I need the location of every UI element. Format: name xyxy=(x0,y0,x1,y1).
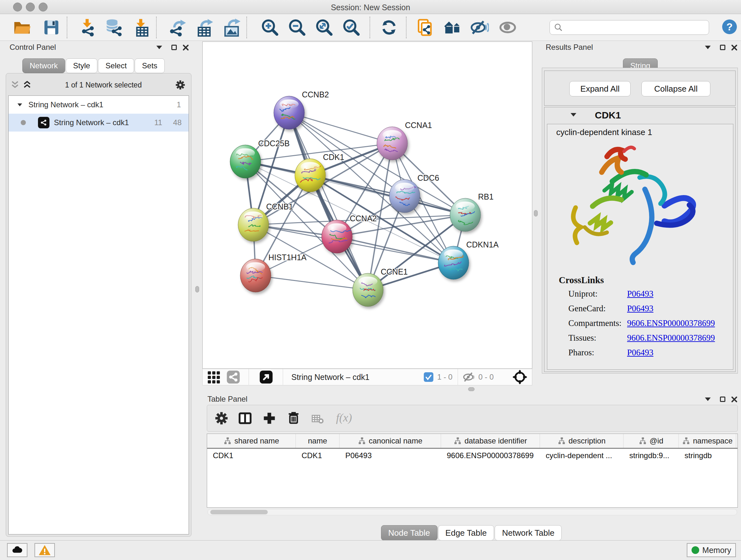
birds-eye-grid-icon[interactable] xyxy=(206,369,221,385)
column-header-database-identifier[interactable]: database identifier xyxy=(441,434,540,448)
warning-button[interactable] xyxy=(35,543,55,557)
selected-checkbox-icon[interactable] xyxy=(424,372,433,382)
crosslink-label: Compartments: xyxy=(568,318,627,333)
tab-edge-table[interactable]: Edge Table xyxy=(438,525,494,541)
expand-all-chevrons-icon[interactable] xyxy=(22,80,32,90)
tab-style[interactable]: Style xyxy=(66,58,97,73)
search-input[interactable] xyxy=(563,23,704,32)
column-header-description[interactable]: description xyxy=(540,434,623,448)
cloud-button[interactable] xyxy=(7,543,27,557)
zoom-selected-icon[interactable] xyxy=(342,18,360,37)
clone-network-icon[interactable] xyxy=(415,18,434,37)
network-edge-CCNB2-CCNA1[interactable] xyxy=(289,113,392,143)
hide-selected-eye-icon[interactable] xyxy=(470,18,489,37)
open-session-icon[interactable] xyxy=(13,18,31,37)
show-all-eye-icon[interactable] xyxy=(498,18,517,37)
column-header-name[interactable]: name xyxy=(296,434,340,448)
tree-expand-icon[interactable] xyxy=(17,104,22,106)
network-view-title: String Network – cdk1 xyxy=(291,373,369,382)
zoom-out-icon[interactable] xyxy=(288,18,307,37)
crosslink-link[interactable]: P06493 xyxy=(627,289,654,304)
title-bar: Session: New Session xyxy=(0,0,741,14)
toolbar-separator xyxy=(246,17,247,38)
gene-collapse-icon[interactable] xyxy=(570,113,576,117)
import-table-icon[interactable] xyxy=(131,18,150,37)
table-settings-gear-icon[interactable] xyxy=(214,411,229,426)
results-panel-collapse-icon[interactable] xyxy=(705,46,711,49)
network-node-label: CCNB1 xyxy=(266,202,293,211)
show-columns-icon[interactable] xyxy=(238,411,253,426)
string-share-icon[interactable] xyxy=(226,370,240,384)
bottom-splitter-handle[interactable] xyxy=(468,387,475,391)
network-node-label: HIST1H1A xyxy=(268,253,307,262)
network-node-CCNA1[interactable]: CCNA1 xyxy=(377,121,432,160)
crosslink-link[interactable]: P06493 xyxy=(627,304,654,318)
network-node-RB1[interactable]: RB1 xyxy=(450,192,494,232)
import-network-icon[interactable] xyxy=(78,18,96,37)
column-header--id[interactable]: @id xyxy=(623,434,679,448)
network-collection-row[interactable]: String Network – cdk1 1 xyxy=(9,96,189,114)
results-panel-float-icon[interactable] xyxy=(720,45,725,50)
network-edge-HIST1H1A-CCNE1[interactable] xyxy=(256,275,368,290)
export-table-icon[interactable] xyxy=(195,18,214,37)
add-column-icon[interactable] xyxy=(262,411,277,426)
memory-button[interactable]: Memory xyxy=(687,543,736,557)
refresh-icon[interactable] xyxy=(380,18,398,37)
save-session-icon[interactable] xyxy=(42,18,61,37)
network-canvas[interactable]: CCNB2CCNA1CDC25BCDK1CDC6RB1CCNB1CCNA2CDK… xyxy=(202,42,532,369)
network-node-CDK1[interactable]: CDK1 xyxy=(295,152,344,192)
scrollbar-handle[interactable] xyxy=(210,510,268,514)
column-header-shared-name[interactable]: shared name xyxy=(207,434,296,448)
open-external-icon[interactable] xyxy=(259,370,273,384)
crosslink-link[interactable]: P06493 xyxy=(627,348,654,362)
zoom-fit-icon[interactable] xyxy=(315,18,333,37)
import-database-icon[interactable] xyxy=(105,18,123,37)
column-header-canonical-name[interactable]: canonical name xyxy=(340,434,441,448)
crosslink-link[interactable]: 9606.ENSP00000378699 xyxy=(627,318,715,333)
first-neighbors-icon[interactable] xyxy=(444,18,462,37)
table-horizontal-scrollbar[interactable] xyxy=(207,509,737,515)
hidden-eye-slash-icon[interactable] xyxy=(462,371,475,383)
help-icon[interactable]: ? xyxy=(722,19,737,34)
table-panel-float-icon[interactable] xyxy=(720,396,725,402)
control-panel-float-icon[interactable] xyxy=(172,45,177,50)
zoom-in-icon[interactable] xyxy=(261,18,279,37)
table-cell: 9606.ENSP00000378699 xyxy=(441,451,540,460)
delete-column-trash-icon[interactable] xyxy=(286,410,301,425)
collapse-all-button[interactable]: Collapse All xyxy=(642,81,711,97)
network-row[interactable]: String Network – cdk1 11 48 xyxy=(9,114,189,132)
collapse-all-chevrons-icon[interactable] xyxy=(10,80,20,90)
right-splitter-handle[interactable] xyxy=(534,210,538,216)
network-node-count: 11 xyxy=(154,118,162,127)
tab-sets[interactable]: Sets xyxy=(135,58,165,73)
toolbar-separator xyxy=(369,17,370,38)
network-node-CDKN1A[interactable]: CDKN1A xyxy=(438,240,499,279)
crosslinks-list: Uniprot:P06493GeneCard:P06493Compartment… xyxy=(568,289,728,362)
network-node-HIST1H1A[interactable]: HIST1H1A xyxy=(240,253,307,292)
crosslink-link[interactable]: 9606.ENSP00000378699 xyxy=(627,333,715,348)
network-edge-CDK1-RB1[interactable] xyxy=(310,175,465,215)
tab-node-table[interactable]: Node Table xyxy=(381,525,437,541)
column-header-namespace[interactable]: namespace xyxy=(679,434,736,448)
tab-network[interactable]: Network xyxy=(22,58,65,73)
gene-section: CDK1 cyclin-dependent kinase 1 xyxy=(544,107,736,372)
fit-selected-crosshair-icon[interactable] xyxy=(512,369,528,385)
crosslink-label: Pharos: xyxy=(568,348,627,362)
network-edge-CCNB2-CCNE1[interactable] xyxy=(289,113,368,290)
network-node-CDC25B[interactable]: CDC25B xyxy=(230,139,290,178)
export-network-icon[interactable] xyxy=(168,18,187,37)
results-panel-close-icon[interactable] xyxy=(731,44,738,51)
left-splitter-handle[interactable] xyxy=(195,286,199,293)
toolbar-divider xyxy=(458,369,458,385)
crosslink-label: Tissues: xyxy=(568,333,627,348)
tab-network-table[interactable]: Network Table xyxy=(495,525,562,541)
expand-all-button[interactable]: Expand All xyxy=(569,81,630,97)
export-image-icon[interactable] xyxy=(223,18,241,37)
table-panel-close-icon[interactable] xyxy=(731,396,738,402)
tab-select[interactable]: Select xyxy=(98,58,134,73)
network-list-gear-icon[interactable] xyxy=(175,79,186,90)
table-row[interactable]: CDK1CDK1P064939606.ENSP00000378699cyclin… xyxy=(207,449,738,462)
control-panel-collapse-icon[interactable] xyxy=(156,46,162,49)
control-panel-close-icon[interactable] xyxy=(183,44,189,51)
table-panel-collapse-icon[interactable] xyxy=(705,397,711,401)
